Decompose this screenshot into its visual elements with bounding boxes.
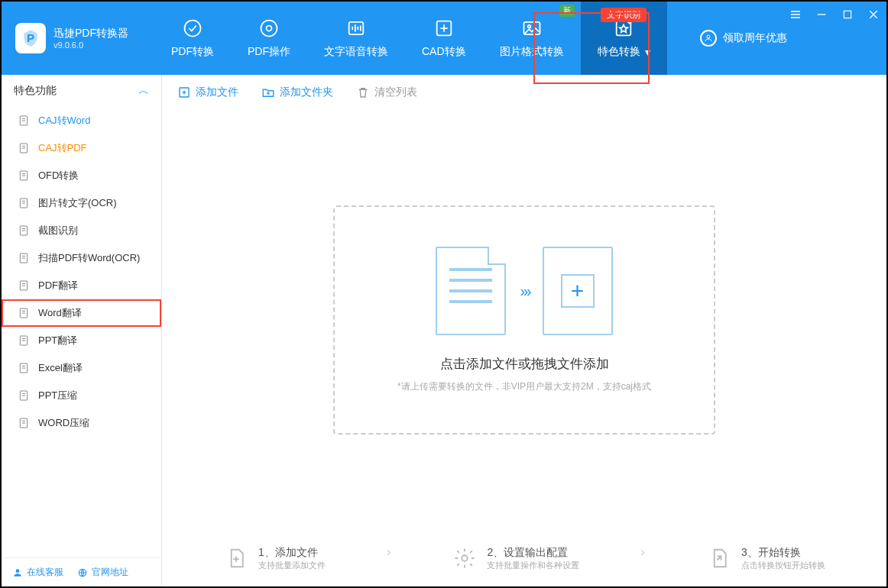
settings-icon: [452, 545, 478, 571]
gear-icon: [258, 18, 280, 39]
sidebar-item-9[interactable]: Excel翻译: [2, 354, 161, 382]
sidebar-item-8[interactable]: PPT翻译: [2, 327, 161, 354]
sidebar-item-label: PPT压缩: [38, 389, 77, 402]
step-1: 1、添加文件支持批量添加文件: [223, 545, 326, 571]
nav-tabs: PDF转换 PDF操作 文字语音转换 CAD转换 新 图片格式转换 文字识别 特…: [154, 2, 667, 75]
arrows-icon: › › ›: [520, 283, 528, 300]
file-type-icon: [17, 416, 31, 430]
sidebar-item-label: Excel翻译: [38, 361, 83, 375]
sidebar-item-label: OFD转换: [38, 169, 79, 183]
ocr-badge: 文字识别: [601, 8, 647, 22]
sidebar-item-label: 扫描PDF转Word(OCR): [38, 251, 140, 265]
drop-graphic: › › › +: [436, 247, 612, 335]
svg-point-7: [527, 25, 530, 28]
step-sub: 支持批量添加文件: [258, 560, 326, 571]
header: P 迅捷PDF转换器 v9.0.6.0 PDF转换 PDF操作 文字语音转换 C…: [2, 2, 886, 75]
trash-icon: [356, 86, 370, 99]
sidebar-item-2[interactable]: OFD转换: [2, 162, 161, 189]
convert-icon: [706, 545, 732, 571]
svg-point-2: [261, 21, 277, 37]
drop-subtitle: *请上传需要转换的文件，非VIP用户最大支持2M，支持caj格式: [397, 380, 651, 393]
file-type-icon: [17, 224, 31, 237]
app-name: 迅捷PDF转换器: [53, 27, 128, 40]
sidebar-item-label: WORD压缩: [38, 416, 89, 430]
chevron-up-icon: ︿: [138, 84, 149, 98]
nav-tab-pdf-op[interactable]: PDF操作: [231, 2, 307, 75]
add-folder-button[interactable]: 添加文件夹: [261, 86, 333, 99]
step-2: 2、设置输出配置支持批量操作和各种设置: [452, 545, 579, 571]
headset-icon: [12, 567, 23, 578]
main-area: 添加文件 添加文件夹 清空列表 › › › + 点击添加文件或拖拽文件添加 *请…: [162, 75, 886, 586]
nav-tab-image[interactable]: 新 图片格式转换: [483, 2, 581, 75]
file-type-icon: [17, 334, 31, 347]
steps: 1、添加文件支持批量添加文件 › 2、设置输出配置支持批量操作和各种设置 › 3…: [162, 530, 886, 586]
window-controls: [789, 8, 880, 21]
logo-area: P 迅捷PDF转换器 v9.0.6.0: [2, 23, 154, 53]
sidebar-item-11[interactable]: WORD压缩: [2, 409, 161, 437]
add-file-label: 添加文件: [196, 86, 238, 99]
nav-label: PDF操作: [248, 45, 290, 59]
sidebar-item-6[interactable]: PDF翻译: [2, 272, 161, 299]
file-type-icon: [17, 114, 31, 128]
reward-label: 领取周年优惠: [723, 31, 787, 45]
sidebar-item-10[interactable]: PPT压缩: [2, 382, 161, 409]
sidebar-group-label: 特色功能: [14, 84, 57, 98]
file-type-icon: [17, 361, 31, 375]
sidebar-item-3[interactable]: 图片转文字(OCR): [2, 189, 161, 217]
app-version: v9.0.6.0: [53, 40, 128, 50]
document-icon: [436, 247, 506, 335]
app-logo-icon: P: [15, 23, 46, 53]
plus-folder-icon: [261, 86, 275, 99]
site-label: 官网地址: [92, 566, 128, 579]
maximize-icon[interactable]: [841, 8, 854, 21]
official-site-link[interactable]: 官网地址: [77, 566, 128, 579]
sidebar-item-0[interactable]: CAJ转Word: [2, 107, 161, 134]
file-type-icon: [17, 196, 31, 210]
svg-point-23: [16, 569, 20, 573]
sidebar-item-7[interactable]: Word翻译: [2, 299, 161, 327]
clear-list-button[interactable]: 清空列表: [356, 86, 417, 99]
step-title: 2、设置输出配置: [487, 546, 579, 560]
add-file-button[interactable]: 添加文件: [177, 86, 238, 99]
add-document-icon: +: [543, 247, 613, 335]
sidebar-group-header[interactable]: 特色功能 ︿: [2, 75, 161, 107]
sidebar-item-label: 图片转文字(OCR): [38, 196, 117, 210]
sidebar-item-label: CAJ转PDF: [38, 141, 87, 155]
svg-point-9: [707, 35, 710, 38]
sidebar-item-1[interactable]: CAJ转PDF: [2, 134, 161, 162]
reward-link[interactable]: 领取周年优惠: [700, 30, 787, 47]
drop-title: 点击添加文件或拖拽文件添加: [440, 355, 609, 373]
file-type-icon: [17, 169, 31, 183]
plus-file-icon: [177, 86, 191, 99]
step-sub: 点击转换按钮开始转换: [741, 560, 825, 571]
drop-area[interactable]: › › › + 点击添加文件或拖拽文件添加 *请上传需要转换的文件，非VIP用户…: [162, 110, 886, 530]
add-folder-label: 添加文件夹: [280, 86, 333, 99]
svg-text:P: P: [27, 31, 34, 44]
sidebar-item-5[interactable]: 扫描PDF转Word(OCR): [2, 244, 161, 272]
sidebar-item-label: PDF翻译: [38, 279, 78, 292]
online-service-link[interactable]: 在线客服: [12, 566, 63, 579]
cad-icon: [433, 18, 455, 39]
svg-point-26: [462, 555, 468, 561]
close-icon[interactable]: [867, 8, 880, 21]
nav-tab-pdf-convert[interactable]: PDF转换: [154, 2, 231, 75]
gift-icon: [700, 30, 717, 47]
sidebar-item-label: PPT翻译: [38, 334, 77, 347]
sidebar-item-label: Word翻译: [38, 306, 82, 320]
nav-label: CAD转换: [422, 45, 466, 59]
sidebar-item-label: CAJ转Word: [38, 114, 90, 128]
new-badge: 新: [559, 5, 575, 17]
nav-label: 文字语音转换: [324, 45, 388, 59]
file-type-icon: [17, 251, 31, 265]
minimize-icon[interactable]: [815, 8, 828, 21]
nav-label: 特色转换▾: [598, 45, 650, 59]
nav-tab-cad[interactable]: CAD转换: [405, 2, 483, 75]
nav-tab-special[interactable]: 文字识别 特色转换▾: [581, 2, 667, 75]
menu-icon[interactable]: [789, 8, 802, 21]
svg-rect-10: [844, 11, 851, 18]
step-3: 3、开始转换点击转换按钮开始转换: [706, 545, 825, 571]
sidebar-item-4[interactable]: 截图识别: [2, 217, 161, 244]
clear-list-label: 清空列表: [374, 86, 417, 99]
sidebar-item-label: 截图识别: [38, 224, 78, 237]
nav-tab-audio[interactable]: 文字语音转换: [307, 2, 405, 75]
